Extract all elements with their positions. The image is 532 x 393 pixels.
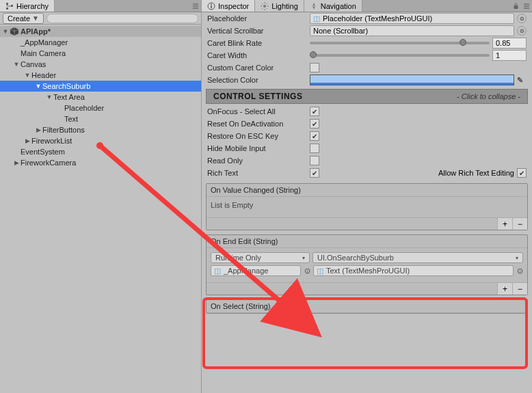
foldout-icon[interactable]: ▶ xyxy=(23,137,31,145)
hierarchy-item-eventsystem[interactable]: EventSystem xyxy=(0,146,201,157)
event-title: On Value Changed (String) xyxy=(207,184,527,197)
onfocus-label: OnFocus - Select All xyxy=(207,107,310,116)
hierarchy-item-textarea[interactable]: ▼Text Area xyxy=(0,92,201,103)
foldout-icon[interactable]: ▼ xyxy=(1,27,10,36)
hierarchy-item-fireworkcamera[interactable]: ▶FireworkCamera xyxy=(0,157,201,168)
lighting-tab[interactable]: Lighting xyxy=(255,0,304,12)
resetdeact-checkbox[interactable]: ✔ xyxy=(310,119,319,128)
add-listener-button[interactable]: + xyxy=(497,218,512,230)
create-label: Create xyxy=(8,14,30,23)
svg-line-12 xyxy=(267,8,267,8)
svg-rect-0 xyxy=(6,3,8,5)
hierarchy-item-appmanager[interactable]: _AppManager xyxy=(0,37,201,48)
caretwidth-field[interactable] xyxy=(492,50,527,61)
svg-point-6 xyxy=(263,5,266,8)
hidemobile-label: Hide Mobile Input xyxy=(207,144,310,152)
inspector-tab[interactable]: Inspector xyxy=(202,0,255,12)
prop-customcaret-label: Custom Caret Color xyxy=(207,64,310,72)
eyedropper-icon[interactable]: ✎ xyxy=(517,76,527,85)
hierarchy-tab-label: Hierarchy xyxy=(16,2,49,10)
foldout-icon[interactable]: ▶ xyxy=(12,159,21,167)
foldout-icon[interactable]: ▼ xyxy=(34,82,42,90)
hierarchy-item-searchsuburb[interactable]: ▼SearchSuburb xyxy=(0,81,201,92)
svg-line-13 xyxy=(262,8,263,8)
object-picker-icon[interactable]: ⊙ xyxy=(517,14,527,23)
restoreesc-checkbox[interactable]: ✔ xyxy=(310,131,319,141)
navigation-icon xyxy=(310,2,318,10)
hierarchy-tree[interactable]: ▼ APIApp* _AppManager Main Camera ▼Canva… xyxy=(0,25,201,393)
readonly-label: Read Only xyxy=(207,157,310,165)
control-settings-hint: - Click to collapse - xyxy=(457,92,520,100)
svg-rect-15 xyxy=(514,5,518,9)
hidemobile-checkbox[interactable] xyxy=(310,144,319,153)
create-button[interactable]: Create ▼ xyxy=(3,13,44,24)
event-empty-text: List is Empty xyxy=(211,201,253,209)
event-onendedit: On End Edit (String) Runtime Only UI.OnS… xyxy=(206,234,528,295)
svg-point-4 xyxy=(211,3,212,5)
control-settings-title: CONTROL SETTINGS xyxy=(213,92,302,101)
foldout-icon[interactable]: ▼ xyxy=(12,60,21,68)
prop-vscroll-label: Vertical Scrollbar xyxy=(207,27,310,35)
event-onselect: On Select (String) xyxy=(206,299,528,314)
richtext-label: Rich Text xyxy=(207,169,310,177)
blinkrate-slider[interactable] xyxy=(310,42,490,44)
remove-listener-button[interactable]: − xyxy=(512,218,527,230)
customcaret-checkbox[interactable] xyxy=(310,63,319,72)
hierarchy-item-placeholder[interactable]: Placeholder xyxy=(0,103,201,113)
hierarchy-item-text[interactable]: Text xyxy=(0,113,201,124)
onfocus-checkbox[interactable]: ✔ xyxy=(310,107,319,116)
hierarchy-item-header[interactable]: ▼Header xyxy=(0,70,201,81)
richtext-checkbox[interactable]: ✔ xyxy=(310,168,319,178)
info-icon xyxy=(207,2,215,10)
scene-name: APIApp* xyxy=(21,27,51,36)
caretwidth-slider[interactable] xyxy=(310,54,490,57)
function-dropdown[interactable]: UI.OnSearchBySuburb xyxy=(312,252,523,263)
sun-icon xyxy=(261,2,269,10)
hierarchy-tab[interactable]: Hierarchy xyxy=(0,0,55,12)
svg-line-14 xyxy=(267,3,267,4)
foldout-icon[interactable]: ▶ xyxy=(34,126,42,134)
readonly-checkbox[interactable] xyxy=(310,156,319,165)
svg-line-11 xyxy=(262,3,263,4)
hierarchy-icon xyxy=(5,2,14,10)
scene-row[interactable]: ▼ APIApp* xyxy=(0,26,201,37)
add-listener-button[interactable]: + xyxy=(497,283,512,295)
prop-placeholder-label: Placeholder xyxy=(207,14,310,23)
allowrte-label: Allow Rich Text Editing xyxy=(438,169,514,177)
hierarchy-item-canvas[interactable]: ▼Canvas xyxy=(0,59,201,70)
placeholder-object-field[interactable]: ◫Placeholder (TextMeshProUGUI) xyxy=(310,13,514,24)
svg-rect-2 xyxy=(11,5,13,7)
object-picker-icon[interactable]: ⊙ xyxy=(304,265,310,276)
listener-arg-field[interactable]: ◫Text (TextMeshProUGUI) xyxy=(313,265,514,276)
hierarchy-item-fireworklist[interactable]: ▶FireworkList xyxy=(0,135,201,146)
allowrte-checkbox[interactable]: ✔ xyxy=(517,168,527,178)
hierarchy-item-maincamera[interactable]: Main Camera xyxy=(0,48,201,59)
prop-blinkrate-label: Caret Blink Rate xyxy=(207,39,310,47)
resetdeact-label: Reset On DeActivation xyxy=(207,120,310,128)
navigation-tab[interactable]: Navigation xyxy=(304,0,362,12)
svg-rect-1 xyxy=(6,8,8,10)
vscroll-object-field[interactable]: None (Scrollbar) xyxy=(310,25,514,36)
runtime-dropdown[interactable]: Runtime Only xyxy=(211,252,310,263)
object-picker-icon[interactable]: ⊙ xyxy=(517,26,527,36)
control-settings-header[interactable]: CONTROL SETTINGS - Click to collapse - xyxy=(206,89,528,104)
event-onvaluechanged: On Value Changed (String) List is Empty … xyxy=(206,183,528,230)
listener-target-field[interactable]: ◫_AppManage xyxy=(211,265,301,276)
lock-icon[interactable] xyxy=(510,0,521,12)
foldout-icon[interactable]: ▼ xyxy=(23,71,31,79)
event-title: On Select (String) xyxy=(207,300,527,313)
restoreesc-label: Restore On ESC Key xyxy=(207,132,310,140)
remove-listener-button[interactable]: − xyxy=(512,283,527,295)
prop-selcolor-label: Selection Color xyxy=(207,76,310,84)
blinkrate-field[interactable] xyxy=(492,38,527,49)
chevron-down-icon: ▼ xyxy=(32,14,39,22)
panel-menu-icon[interactable] xyxy=(190,0,201,12)
selection-color-swatch[interactable] xyxy=(310,74,514,85)
svg-rect-5 xyxy=(211,5,212,8)
object-picker-icon[interactable]: ⊙ xyxy=(516,265,523,276)
panel-menu-icon[interactable] xyxy=(521,0,532,12)
unity-icon xyxy=(10,27,19,36)
foldout-icon[interactable]: ▼ xyxy=(45,93,53,101)
hierarchy-item-filterbuttons[interactable]: ▶FilterButtons xyxy=(0,124,201,135)
hierarchy-search[interactable] xyxy=(46,14,198,23)
